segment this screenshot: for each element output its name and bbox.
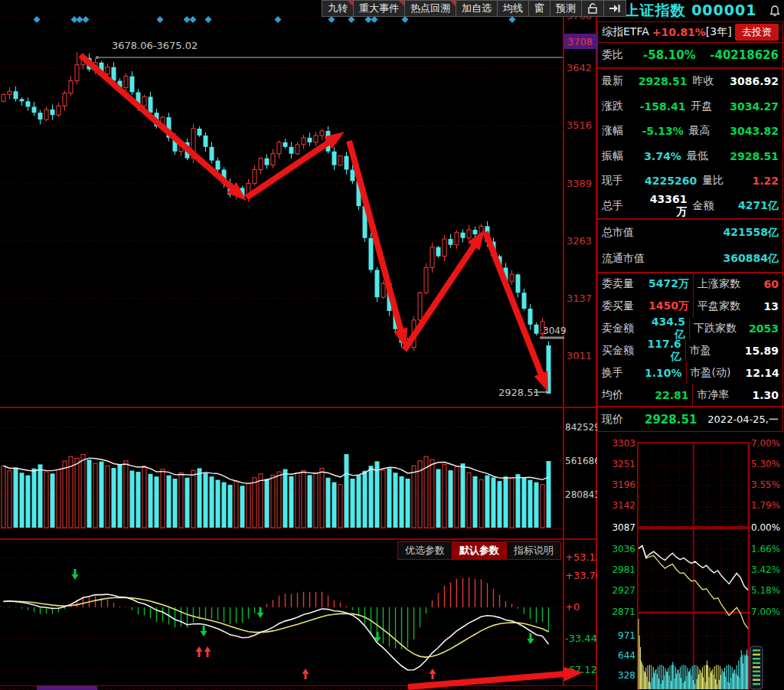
svg-text:+53.12: +53.12 [565,551,597,563]
order-stats-row: 卖金额434.5亿下跌家数2053 [598,318,782,340]
chart-toolbar: 九转 重大事件 热点回溯 加自选 均线 窗 预测 [322,0,626,17]
quote-row: 振幅3.74%最低2928.51 [598,144,782,169]
etf-label: 综指ETFA [602,25,649,39]
quote-label: 买金额 [602,344,645,358]
current-price-value: 2928.51 [645,413,697,427]
market-cap-row: 总市值421558亿 [598,220,782,246]
volume-chart[interactable]: 842529561686280843 [0,406,597,538]
toolbar-button-nine-turn[interactable]: 九转 [322,0,354,17]
intraday-mini-chart[interactable]: 3303325131963142308730362981292728717.00… [597,433,784,690]
quote-value: 5472万 [645,277,689,291]
order-stats-row: 均价22.81市净率1.30 [598,384,782,406]
market-cap-row: 流通市值360884亿 [598,246,782,272]
svg-text:-33.44: -33.44 [565,633,597,644]
order-stats-row: 换手1.10%市盈(动)12.14 [598,361,782,384]
quote-label: 最高 [684,124,730,138]
quote-label: 昨收 [688,74,730,88]
quote-value: 3.74% [644,150,681,162]
svg-text:561686: 561686 [565,456,597,466]
svg-text:7.00%: 7.00% [751,607,780,617]
skip-forward-icon[interactable] [604,0,626,17]
date-strip-selection[interactable] [37,686,97,690]
svg-text:1.66%: 1.66% [751,544,780,554]
quote-value: 13 [753,300,779,312]
svg-text:3678.06-3675.02: 3678.06-3675.02 [112,40,198,51]
alert-bell-icon[interactable] [769,4,781,21]
quote-value: 421558亿 [634,226,779,240]
svg-text:3137: 3137 [567,293,592,304]
quote-label: 最新 [602,74,639,88]
svg-text:3196: 3196 [612,479,635,490]
quote-label: 涨跌 [602,100,640,113]
toolbar-button-window[interactable]: 窗 [529,0,550,17]
main-candlestick-chart[interactable]: 376836423516338932633137301137083678.06-… [0,0,597,406]
quote-label: 开盘 [686,100,730,113]
toolbar-button-label: 重大事件 [359,2,399,15]
svg-text:+0: +0 [565,601,580,613]
quote-label: 现手 [602,174,645,188]
toolbar-button-ma-lines[interactable]: 均线 [498,0,529,17]
quote-value: 2053 [749,322,779,335]
svg-text:+33.70: +33.70 [565,570,597,581]
quote-value: 3086.92 [730,75,779,87]
svg-text:7.00%: 7.00% [751,438,780,449]
svg-text:2928.51: 2928.51 [498,387,540,398]
quote-label: 市盈 [690,344,745,358]
quote-label: 市盈(动) [691,366,746,380]
go-invest-button[interactable]: 去投资 [735,24,779,41]
macd-chart[interactable]: +53.12+33.70+0-33.44-67.12 [0,540,597,690]
quote-label: 总市值 [602,226,634,240]
quote-row: 涨幅-5.13%最高3043.82 [598,119,782,144]
svg-text:3516: 3516 [567,119,592,131]
tab-default-params[interactable]: 默认参数 [452,542,507,559]
current-price-row: 现价 2928.51 2022-04-25,一 [597,407,783,432]
svg-text:0.00%: 0.00% [751,522,780,533]
svg-text:3303: 3303 [612,438,635,449]
quote-value: 4271亿 [737,199,779,213]
quote-value: 2928.51 [639,75,688,87]
toolbar-button-add-watchlist[interactable]: 加自选 [456,0,498,17]
svg-text:3087: 3087 [612,522,635,533]
quote-label: 均价 [602,388,645,402]
quote-label: 平盘家数 [697,299,753,313]
quote-value: 2928.51 [730,150,779,162]
quote-label: 卖金额 [602,322,645,335]
mini-scrollbar[interactable] [750,646,763,689]
quote-main-box: 最新2928.51昨收3086.92涨跌-158.41开盘3034.27涨幅-5… [597,68,783,219]
tab-optimized-params[interactable]: 优选参数 [398,542,452,559]
current-price-label: 现价 [602,413,623,427]
svg-text:5.30%: 5.30% [751,459,780,469]
toolbar-button-label: 九转 [328,2,348,15]
etf-row: 综指ETFA +10.81% [3年] 去投资 [598,22,782,43]
toolbar-button-major-events[interactable]: 重大事件 [354,0,405,17]
quote-value: 3043.82 [730,125,779,137]
toolbar-button-label: 窗 [534,2,544,15]
svg-text:3389: 3389 [567,178,592,189]
toolbar-button-label: 热点回溯 [410,2,450,15]
svg-text:3142: 3142 [612,500,635,511]
toolbar-button-forecast[interactable]: 预测 [550,0,582,17]
tab-indicator-help[interactable]: 指标说明 [507,542,560,559]
quote-label: 换手 [602,366,645,380]
order-stats-row: 委卖量5472万上涨家数60 [598,273,782,296]
toolbar-button-label: 均线 [503,2,523,15]
quote-value: 60 [753,278,779,290]
svg-text:328: 328 [618,670,635,681]
order-stats-box: 委卖量5472万上涨家数60委买量1450万平盘家数13卖金额434.5亿下跌家… [597,273,783,407]
svg-text:1.79%: 1.79% [751,500,780,511]
quote-row: 最新2928.51昨收3086.92 [598,69,782,94]
toolbar-button-hotspot-review[interactable]: 热点回溯 [405,0,456,17]
order-stats-row: 委买量1450万平盘家数13 [598,296,782,318]
svg-text:842529: 842529 [565,422,597,433]
svg-text:3642: 3642 [567,62,592,74]
quote-label: 市净率 [697,388,752,402]
quote-value: 117.6亿 [645,338,681,364]
weibi-label: 委比 [602,48,623,62]
svg-text:3.42%: 3.42% [751,564,780,575]
quote-label: 委卖量 [602,277,645,291]
svg-text:2981: 2981 [612,564,635,575]
quote-panel: 上证指数 000001 综指ETFA +10.81% [3年] 去投资 委比 -… [597,0,784,433]
indicator-tabs: 优选参数 默认参数 指标说明 [397,541,561,560]
svg-text:3708: 3708 [567,36,593,47]
unlock-icon[interactable] [582,0,604,17]
